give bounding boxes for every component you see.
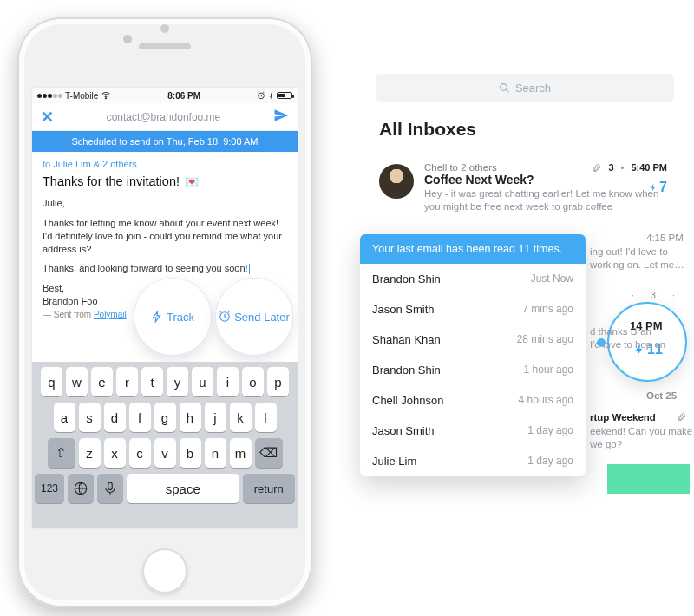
bolt-count: 7 [659, 180, 667, 195]
to-field[interactable]: to Julie Lim & 2 others [43, 159, 287, 169]
key-a[interactable]: a [54, 403, 75, 432]
track-bubble[interactable]: Track [134, 279, 211, 355]
read-receipt-row: Julie Lim1 day ago [360, 446, 586, 476]
mail-count: 3 [608, 162, 613, 173]
phone-screen: T-Mobile 8:06 PM ✕ contact@brandonfoo.me… [31, 87, 298, 529]
read-receipts-popover: Your last email has been read 11 times. … [360, 234, 586, 476]
key-j[interactable]: j [205, 403, 226, 432]
backspace-key[interactable]: ⌫ [255, 438, 283, 468]
bolt-icon [151, 311, 163, 323]
key-y[interactable]: y [167, 367, 188, 396]
mail-snippet-partial: I'd love to hop on [590, 339, 665, 350]
key-x[interactable]: x [104, 438, 126, 468]
svg-point-5 [501, 83, 507, 90]
key-r[interactable]: r [116, 367, 138, 396]
mail-snippet-partial: ing out! I'd love to [590, 246, 668, 259]
home-button[interactable] [142, 548, 187, 593]
paperclip-icon [677, 410, 686, 425]
subject-text: Thanks for the invitation! [43, 174, 180, 188]
body-para2: Thanks, and looking forward to seeing yo… [43, 262, 287, 275]
key-u[interactable]: u [192, 367, 213, 396]
heart-emoji-icon: 💌 [185, 175, 199, 188]
bluetooth-icon [268, 91, 274, 101]
key-w[interactable]: w [66, 367, 88, 396]
status-bar: T-Mobile 8:06 PM [32, 88, 298, 103]
battery-icon [277, 92, 292, 99]
read-time: 4 hours ago [519, 394, 573, 407]
key-d[interactable]: d [104, 403, 126, 432]
mail-snippet: Hey - it was great chatting earlier! Let… [424, 187, 669, 213]
key-n[interactable]: n [205, 438, 226, 468]
read-receipt-row: Chell Johnson4 hours ago [360, 385, 586, 416]
send-button[interactable] [273, 108, 289, 126]
read-receipt-row: Shahan Khan28 mins ago [360, 324, 586, 355]
page-title: All Inboxes [379, 119, 671, 140]
key-e[interactable]: e [91, 367, 113, 396]
subject-field[interactable]: Thanks for the invitation! 💌 [43, 169, 287, 197]
sent-from-prefix: — Sent from [43, 310, 94, 319]
key-c[interactable]: c [129, 438, 151, 468]
inbox-panel: Search All Inboxes Chell to 2 others Cof… [360, 74, 690, 222]
read-receipt-row: Brandon ShinJust Now [360, 264, 586, 294]
mail-time: 5:40 PM [631, 162, 667, 173]
compose-actions: Track Send Later [134, 279, 292, 355]
search-bar[interactable]: Search [376, 74, 674, 102]
return-key[interactable]: return [243, 474, 295, 503]
reader-name: Brandon Shin [372, 364, 441, 377]
send-later-bubble[interactable]: Send Later [216, 279, 292, 355]
reader-name: Julie Lim [372, 455, 416, 468]
key-q[interactable]: q [41, 367, 62, 396]
reader-name: Jason Smith [372, 303, 435, 316]
space-key[interactable]: space [127, 474, 239, 503]
key-o[interactable]: o [242, 367, 264, 396]
globe-icon [73, 481, 88, 496]
mail-subject: Coffee Next Week? [424, 173, 669, 187]
read-time: 28 mins ago [517, 333, 573, 346]
mail-snippet-partial: working on. Let me… [590, 259, 684, 272]
reader-name: Brandon Shin [372, 272, 441, 285]
read-time: 7 mins ago [522, 303, 573, 316]
mail-item-coffee[interactable]: Chell to 2 others Coffee Next Week? Hey … [360, 155, 690, 222]
key-l[interactable]: l [255, 403, 277, 432]
shift-key[interactable]: ⇧ [48, 438, 75, 468]
alarm-icon [257, 91, 265, 100]
close-button[interactable]: ✕ [41, 108, 54, 127]
svg-rect-4 [108, 482, 113, 489]
key-s[interactable]: s [79, 403, 101, 432]
numbers-key[interactable]: 123 [35, 474, 64, 503]
key-f[interactable]: f [129, 403, 151, 432]
track-label: Track [167, 311, 194, 324]
from-address: contact@brandonfoo.me [107, 111, 221, 123]
mail-snippet-partial: d thanks Bran [590, 326, 651, 337]
key-z[interactable]: z [79, 438, 101, 468]
reader-name: Chell Johnson [372, 394, 443, 407]
read-time: 1 day ago [527, 424, 573, 437]
mail-subject-partial: rtup Weekend [590, 411, 656, 424]
mail-snippet-partial: eekend! Can you make [590, 425, 692, 438]
key-p[interactable]: p [267, 367, 289, 396]
search-icon [499, 82, 510, 94]
key-k[interactable]: k [230, 403, 252, 432]
body-greeting: Julie, [43, 197, 287, 210]
mail-time-partial: 4:15 PM [646, 233, 684, 243]
swipe-action[interactable] [607, 464, 690, 494]
key-g[interactable]: g [154, 403, 176, 432]
key-v[interactable]: v [154, 438, 176, 468]
key-h[interactable]: h [180, 403, 201, 432]
phone-speaker [139, 43, 191, 49]
mic-key[interactable] [97, 474, 123, 503]
read-receipt-row: Brandon Shin1 hour ago [360, 355, 586, 385]
highlight-dots: · 3 · [632, 290, 682, 300]
ios-keyboard[interactable]: qwertyuiop asdfghjkl ⇧ zxcvbnm ⌫ 123 spa… [32, 362, 298, 528]
polymail-link[interactable]: Polymail [94, 310, 127, 319]
reader-name: Shahan Khan [372, 333, 441, 346]
search-placeholder: Search [515, 82, 551, 95]
globe-key[interactable] [68, 474, 94, 503]
key-t[interactable]: t [141, 367, 163, 396]
paperclip-icon [592, 163, 601, 173]
popover-header: Your last email has been read 11 times. [360, 234, 586, 264]
key-i[interactable]: i [217, 367, 239, 396]
key-b[interactable]: b [180, 438, 201, 468]
scheduled-banner: Scheduled to send on Thu, Feb 18, 9:00 A… [32, 131, 298, 152]
key-m[interactable]: m [230, 438, 252, 468]
